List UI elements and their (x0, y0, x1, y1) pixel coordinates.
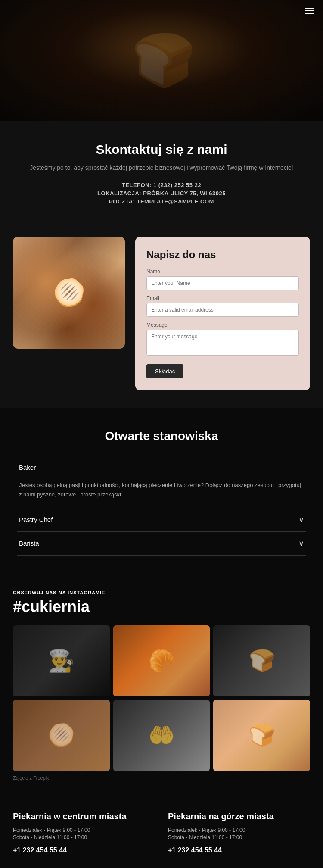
menu-button[interactable] (305, 8, 314, 14)
submit-button[interactable]: Składać (146, 364, 183, 378)
location-2-weekend-hours: Sobota - Niedziela 11:00 - 17:00 (168, 834, 310, 840)
job-item-pastry-chef: Pastry Chef ∨ (17, 508, 306, 532)
location-1-weekend-hours: Sobota - Niedziela 11:00 - 17:00 (13, 834, 155, 840)
email-field-group: Email (146, 295, 299, 317)
contact-email: POCZTA: TEMPLATE@SAMPLE.COM (17, 198, 306, 205)
flour-icon: 🍞 (213, 625, 310, 696)
instagram-photo-3[interactable]: 🍞 (213, 625, 310, 696)
instagram-photo-4[interactable]: 🫓 (13, 700, 110, 771)
instagram-grid: 👨‍🍳 🥐 🍞 🫓 🤲 🍞 (13, 625, 310, 771)
message-label: Message (146, 322, 299, 328)
email-label: Email (146, 295, 299, 301)
chef-icon: 👨‍🍳 (13, 625, 110, 696)
hero-section: 🍞 (0, 0, 323, 121)
job-header-baker[interactable]: Baker — (17, 456, 306, 479)
message-field-group: Message (146, 322, 299, 357)
contact-location: LOKALIZACJA: PRÓBKA ULICY 75, WI 63025 (17, 190, 306, 197)
warm-bread-icon: 🍞 (213, 700, 310, 771)
job-item-barista: Barista ∨ (17, 532, 306, 556)
location-1-weekday-hours: Poniedziałek - Piątek 9:00 - 17:00 (13, 827, 155, 833)
rustic-bread-icon: 🫓 (13, 700, 110, 771)
jobs-section: Otwarte stanowiska Baker — Jesteś osobą … (0, 408, 323, 572)
name-label: Name (146, 269, 299, 275)
hands-icon: 🤲 (113, 700, 210, 771)
location-2-phone: +1 232 454 55 44 (168, 846, 310, 854)
email-input[interactable] (146, 303, 299, 317)
job-title-pastry-chef: Pastry Chef (19, 516, 53, 523)
contact-subtitle: Jesteśmy po to, aby sprostać każdej potr… (17, 163, 306, 172)
job-item-baker: Baker — Jesteś osobą pełną pasji i punkt… (17, 456, 306, 508)
contact-details: TELEFON: 1 (232) 252 55 22 LOKALIZACJA: … (17, 182, 306, 205)
job-title-baker: Baker (19, 464, 36, 471)
pastries-icon: 🥐 (113, 625, 210, 696)
contact-title: Skontaktuj się z nami (17, 142, 306, 157)
contact-form-box: Napisz do nas Name Email Message Składać (135, 237, 310, 390)
instagram-section: OBSERWUJ NAS NA INSTAGRAMIE #cukiernia 👨… (0, 573, 323, 802)
location-1: Piekarnia w centrum miasta Poniedziałek … (13, 811, 155, 854)
job-header-pastry-chef[interactable]: Pastry Chef ∨ (17, 508, 306, 531)
job-header-barista[interactable]: Barista ∨ (17, 532, 306, 555)
location-1-phone: +1 232 454 55 44 (13, 846, 155, 854)
location-1-title: Piekarnia w centrum miasta (13, 811, 155, 822)
instagram-photo-1[interactable]: 👨‍🍳 (13, 625, 110, 696)
job-title-barista: Barista (19, 540, 39, 547)
photo-credit: Zdjęcie z Freepik (13, 775, 310, 781)
jobs-title: Otwarte stanowiska (17, 429, 306, 443)
name-input[interactable] (146, 276, 299, 290)
locations-section: Piekarnia w centrum miasta Poniedziałek … (0, 802, 323, 868)
name-field-group: Name (146, 269, 299, 290)
contact-phone: TELEFON: 1 (232) 252 55 22 (17, 182, 306, 188)
message-input[interactable] (146, 330, 299, 356)
instagram-photo-6[interactable]: 🍞 (213, 700, 310, 771)
job-body-baker: Jesteś osobą pełną pasji i punktualności… (17, 479, 306, 507)
instagram-photo-2[interactable]: 🥐 (113, 625, 210, 696)
form-title: Napisz do nas (146, 249, 299, 261)
contact-info-section: Skontaktuj się z nami Jesteśmy po to, ab… (0, 121, 323, 224)
instagram-hashtag: #cukiernia (13, 598, 310, 616)
collapse-icon-baker: — (296, 463, 304, 472)
hero-decoration: 🍞 (0, 0, 323, 121)
location-2-title: Piekarnia na górze miasta (168, 811, 310, 822)
location-2: Piekarnia na górze miasta Poniedziałek -… (168, 811, 310, 854)
contact-form-section: 🫓 Napisz do nas Name Email Message Skład… (0, 224, 323, 408)
bread-image-visual: 🫓 (13, 237, 125, 349)
instagram-photo-5[interactable]: 🤲 (113, 700, 210, 771)
location-2-weekday-hours: Poniedziałek - Piątek 9:00 - 17:00 (168, 827, 310, 833)
expand-icon-pastry-chef: ∨ (298, 515, 304, 525)
instagram-label: OBSERWUJ NAS NA INSTAGRAMIE (13, 590, 310, 595)
contact-image: 🫓 (13, 237, 125, 349)
expand-icon-barista: ∨ (298, 539, 304, 548)
